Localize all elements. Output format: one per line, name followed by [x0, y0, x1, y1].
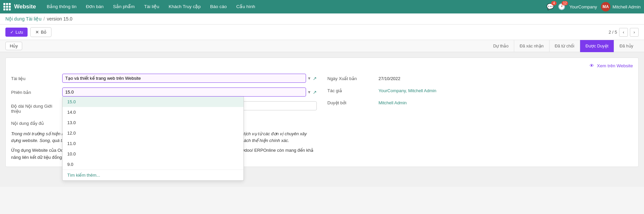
phien-ban-input[interactable]: [62, 87, 306, 97]
nav-documents[interactable]: Tài liệu: [140, 0, 163, 13]
search-more-option[interactable]: Tìm kiếm thêm...: [63, 170, 243, 180]
tai-lieu-dropdown-icon[interactable]: ▼: [307, 76, 311, 81]
tac-gia-row: Tác giả YourCompany, Mitchell Admin: [328, 86, 633, 93]
user-menu[interactable]: MA Mitchell Admin: [601, 2, 641, 11]
cancel-button[interactable]: Hủy: [5, 42, 22, 50]
phien-ban-label: Phiên bản: [11, 87, 58, 95]
option-11[interactable]: 11.0: [63, 138, 243, 149]
option-14[interactable]: 14.0: [63, 107, 243, 117]
view-on-website-bar[interactable]: 👁 Xem trên Website: [11, 63, 633, 68]
toolbar: ✓ Lưu ✕ Bỏ 2 / 5 ‹ ›: [0, 25, 644, 40]
tai-lieu-input[interactable]: [62, 74, 306, 83]
x-icon: ✕: [35, 30, 39, 35]
option-10[interactable]: 10.0: [63, 149, 243, 159]
tai-lieu-ext-link-icon[interactable]: ↗: [313, 76, 317, 81]
form-left-col: Tài liệu ▼ ↗ Phiên bản: [11, 74, 317, 161]
nav-right: 💬 4 🕐 12 YourCompany MA Mitchell Admin: [546, 2, 641, 11]
breadcrumb-parent[interactable]: Nội dung Tài liệu: [5, 16, 41, 22]
option-15[interactable]: 15.0: [63, 97, 243, 107]
tac-gia-value[interactable]: YourCompany, Mitchell Admin: [379, 86, 437, 93]
status-confirmed[interactable]: Đã xác nhận: [514, 40, 549, 52]
duyet-boi-value[interactable]: Mitchell Admin: [379, 98, 407, 105]
ngay-xuat-ban-row: Ngày Xuất bản 27/10/2022: [328, 74, 633, 81]
phien-ban-dropdown-list: 15.0 14.0 13.0 12.0 11.0 10.0 9.0 Tìm ki…: [62, 97, 244, 181]
nav-products[interactable]: Sản phẩm: [109, 0, 139, 13]
tai-lieu-field: ▼ ↗: [62, 74, 317, 83]
breadcrumb-current: version 15.0: [47, 16, 72, 22]
nav-visitors[interactable]: Khách Truy cập: [165, 0, 205, 13]
top-nav: Website Bảng thông tin Đơn bán Sản phẩm …: [0, 0, 644, 13]
do-dai-label: Độ dài Nội dung Giới thiệu: [11, 101, 58, 114]
user-name: Mitchell Admin: [612, 4, 641, 9]
app-grid-icon[interactable]: [3, 3, 11, 10]
nav-orders[interactable]: Đơn bán: [82, 0, 108, 13]
tai-lieu-label: Tài liệu: [11, 74, 58, 81]
avatar: MA: [601, 2, 610, 11]
main-content: 👁 Xem trên Website Tài liệu ▼ ↗: [0, 52, 644, 187]
discard-button[interactable]: ✕ Bỏ: [30, 27, 51, 37]
pagination-text: 2 / 5: [609, 30, 617, 35]
status-rejected[interactable]: Đã từ chối: [550, 40, 580, 52]
form-right-col: Ngày Xuất bản 27/10/2022 Tác giả YourCom…: [328, 74, 633, 161]
clock-icon[interactable]: 🕐 12: [558, 3, 565, 10]
eye-icon: 👁: [590, 63, 594, 68]
phien-ban-ext-link-icon[interactable]: ↗: [313, 90, 317, 95]
status-steps: Dự thảo Đã xác nhận Đã từ chối Được Duyệ…: [488, 40, 639, 52]
option-13[interactable]: 13.0: [63, 117, 243, 128]
pagination-controls: 2 / 5 ‹ ›: [609, 28, 639, 37]
prev-button[interactable]: ‹: [619, 28, 628, 37]
duyet-boi-label: Duyệt bởi: [328, 98, 375, 105]
save-button[interactable]: ✓ Lưu: [5, 28, 28, 37]
chat-badge: 4: [551, 1, 557, 5]
next-button[interactable]: ›: [630, 28, 639, 37]
status-draft[interactable]: Dự thảo: [488, 40, 514, 52]
ngay-xuat-ban-label: Ngày Xuất bản: [328, 74, 375, 81]
status-approved[interactable]: Được Duyệt: [580, 40, 614, 52]
nav-config[interactable]: Cấu hình: [232, 0, 259, 13]
status-bar: Hủy Dự thảo Đã xác nhận Đã từ chối Được …: [0, 40, 644, 52]
content-card: 👁 Xem trên Website Tài liệu ▼ ↗: [5, 58, 639, 167]
breadcrumb-separator: /: [43, 16, 45, 22]
view-on-website-label: Xem trên Website: [597, 63, 633, 68]
nav-dashboard[interactable]: Bảng thông tin: [43, 0, 81, 13]
duyet-boi-row: Duyệt bởi Mitchell Admin: [328, 98, 633, 105]
option-9[interactable]: 9.0: [63, 159, 243, 170]
chat-icon[interactable]: 💬 4: [546, 3, 554, 10]
option-12[interactable]: 12.0: [63, 128, 243, 138]
nav-reports[interactable]: Báo cáo: [206, 0, 231, 13]
phien-ban-dropdown-icon[interactable]: ▼: [307, 90, 311, 95]
form-grid: Tài liệu ▼ ↗ Phiên bản: [11, 74, 633, 161]
messages-badge: 12: [562, 1, 568, 5]
phien-ban-row: Phiên bản ▼ ↗ 15.0 14.0 13.0 12.0: [11, 87, 317, 97]
phien-ban-field: ▼ ↗ 15.0 14.0 13.0 12.0 11.0 10.0 9.0: [62, 87, 317, 97]
status-cancelled[interactable]: Đã hủy: [614, 40, 639, 52]
ngay-xuat-ban-value: 27/10/2022: [379, 74, 401, 81]
company-name: YourCompany: [569, 4, 597, 9]
tac-gia-label: Tác giả: [328, 86, 375, 93]
breadcrumb: Nội dung Tài liệu / version 15.0: [0, 13, 644, 25]
app-name[interactable]: Website: [14, 3, 36, 10]
check-icon: ✓: [10, 30, 14, 35]
noi-dung-label: Nội dung đầy đủ: [11, 118, 58, 126]
tai-lieu-row: Tài liệu ▼ ↗: [11, 74, 317, 83]
